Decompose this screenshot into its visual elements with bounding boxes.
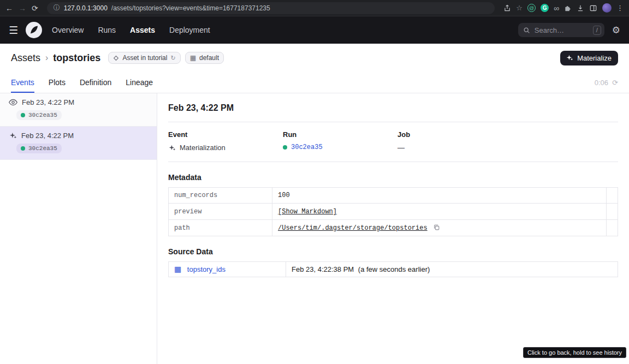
- extensions-puzzle-icon[interactable]: [564, 4, 572, 12]
- show-markdown-link[interactable]: [Show Markdown]: [278, 208, 337, 216]
- browser-reload-button[interactable]: ⟳: [32, 4, 38, 12]
- screen: ← → ⟳ ⓘ 127.0.0.1:3000 /assets/topstorie…: [0, 0, 629, 364]
- search-shortcut-key: /: [593, 26, 601, 35]
- tag-asset-group[interactable]: Asset in tutorial ↻: [108, 52, 180, 64]
- materialize-button-label: Materialize: [577, 54, 612, 62]
- spacer-cell: [607, 188, 618, 204]
- metadata-value: 100: [272, 188, 607, 204]
- metadata-key: path: [169, 220, 272, 236]
- page-title: topstories: [53, 52, 100, 64]
- settings-gear-icon[interactable]: ⚙: [612, 25, 620, 36]
- source-data-table: ▦ topstory_ids Feb 23, 4:22:38 PM (a few…: [168, 261, 618, 277]
- path-link[interactable]: /Users/tim/.dagster/storage/topstories: [278, 224, 428, 232]
- run-tag: 30c2ea35: [16, 144, 62, 153]
- nav-item-runs[interactable]: Runs: [98, 26, 116, 34]
- search-icon: [523, 27, 530, 34]
- event-list-sidebar: Feb 23, 4:22 PM 30c2ea35 Feb 23, 4:22 PM: [0, 93, 157, 364]
- search-box[interactable]: /: [518, 23, 604, 37]
- page-info-icon[interactable]: ⓘ: [54, 3, 60, 13]
- run-id: 30c2ea35: [28, 145, 57, 152]
- refresh-status: 0:06 ⟳: [595, 72, 618, 93]
- metadata-section-title: Metadata: [168, 173, 618, 182]
- at-extension-icon[interactable]: @: [527, 4, 536, 12]
- spacer-cell: [607, 204, 618, 220]
- breadcrumb-separator: ›: [45, 53, 48, 63]
- metadata-table: num_records 100 preview [Show Markdown] …: [168, 187, 618, 236]
- materialize-sparkle-icon: [566, 54, 573, 62]
- event-time: Feb 23, 4:22 PM: [22, 98, 74, 106]
- search-input[interactable]: [533, 26, 590, 35]
- tab-definition[interactable]: Definition: [80, 72, 111, 93]
- browser-chrome: ← → ⟳ ⓘ 127.0.0.1:3000 /assets/topstorie…: [0, 0, 629, 16]
- divider: [168, 162, 618, 162]
- source-data-section-title: Source Data: [168, 247, 618, 256]
- table-row: num_records 100: [169, 188, 618, 204]
- side-panel-icon[interactable]: [589, 4, 597, 12]
- browser-back-button[interactable]: ←: [5, 4, 13, 12]
- tag-refresh-icon[interactable]: ↻: [170, 55, 175, 62]
- browser-forward-button[interactable]: →: [19, 4, 26, 12]
- hamburger-menu-icon[interactable]: ☰: [9, 24, 18, 37]
- tag-label: Asset in tutorial: [122, 54, 167, 62]
- url-path: /assets/topstories?view=events&time=1677…: [111, 4, 270, 12]
- source-asset-link[interactable]: topstory_ids: [187, 265, 226, 273]
- content-area: Feb 23, 4:22 PM 30c2ea35 Feb 23, 4:22 PM: [0, 93, 629, 364]
- event-column-label: Event: [168, 130, 283, 139]
- bookmark-star-icon[interactable]: ☆: [516, 4, 523, 12]
- app-nav-bar: ☰ Overview Runs Assets Deployment / ⚙: [0, 16, 629, 44]
- main-nav: Overview Runs Assets Deployment: [52, 26, 210, 34]
- refresh-icon[interactable]: ⟳: [612, 79, 618, 87]
- table-row: path /Users/tim/.dagster/storage/topstor…: [169, 220, 618, 236]
- refresh-timer: 0:06: [595, 79, 608, 87]
- event-summary-columns: Event Materialization Run 30c2ea35: [168, 122, 618, 162]
- infinity-extension-icon[interactable]: ∞: [554, 4, 559, 13]
- grammarly-extension-icon[interactable]: G: [541, 4, 549, 12]
- run-id-link[interactable]: 30c2ea35: [291, 144, 323, 151]
- table-row: preview [Show Markdown]: [169, 204, 618, 220]
- share-icon[interactable]: [503, 4, 511, 12]
- materialize-button[interactable]: Materialize: [560, 51, 618, 65]
- tag-label: default: [199, 54, 219, 62]
- asset-table-icon: ▦: [174, 265, 181, 273]
- copy-path-icon[interactable]: [433, 224, 440, 231]
- source-timestamp: Feb 23, 4:22:38 PM: [292, 265, 354, 273]
- downloads-icon[interactable]: [577, 4, 584, 12]
- event-detail-title: Feb 23, 4:22 PM: [168, 103, 618, 113]
- back-button-tooltip: Click to go back, hold to see history: [523, 347, 626, 358]
- table-row: ▦ topstory_ids Feb 23, 4:22:38 PM (a few…: [169, 262, 618, 277]
- run-id: 30c2ea35: [28, 112, 57, 118]
- event-list-item-observation[interactable]: Feb 23, 4:22 PM 30c2ea35: [0, 93, 157, 127]
- browser-url-bar[interactable]: ⓘ 127.0.0.1:3000 /assets/topstories?view…: [47, 2, 495, 14]
- browser-profile-avatar[interactable]: [602, 3, 612, 13]
- run-tag: 30c2ea35: [16, 110, 62, 120]
- tag-default-group[interactable]: ▦ default: [185, 52, 224, 64]
- run-status-dot: [283, 145, 287, 150]
- asset-page-header: Assets › topstories Asset in tutorial ↻ …: [0, 44, 629, 72]
- metadata-key: num_records: [169, 188, 272, 204]
- run-status-dot: [21, 113, 25, 117]
- group-grid-icon: ▦: [190, 55, 196, 61]
- browser-menu-icon[interactable]: ⋮: [616, 4, 624, 12]
- nav-item-overview[interactable]: Overview: [52, 26, 84, 34]
- breadcrumb-assets-link[interactable]: Assets: [11, 52, 40, 64]
- spacer-cell: [607, 220, 618, 236]
- nav-item-assets[interactable]: Assets: [130, 26, 155, 34]
- event-detail-panel: Feb 23, 4:22 PM Event Materialization Ru…: [157, 93, 629, 364]
- nav-item-deployment[interactable]: Deployment: [169, 26, 210, 34]
- asset-tabs: Events Plots Definition Lineage 0:06 ⟳: [0, 72, 629, 93]
- job-value: —: [397, 144, 618, 152]
- event-time: Feb 23, 4:22 PM: [21, 132, 74, 140]
- tab-lineage[interactable]: Lineage: [126, 72, 153, 93]
- browser-toolbar-icons: ☆ @ G ∞ ⋮: [503, 3, 624, 13]
- materialization-sparkle-icon: [9, 132, 17, 140]
- materialization-sparkle-icon: [168, 144, 176, 152]
- source-timestamp-note: (a few seconds earlier): [358, 265, 430, 273]
- url-host: 127.0.0.1:3000: [64, 4, 108, 12]
- tab-plots[interactable]: Plots: [49, 72, 66, 93]
- dagster-logo[interactable]: [26, 22, 42, 38]
- tab-events[interactable]: Events: [11, 72, 34, 93]
- event-list-item-materialization[interactable]: Feb 23, 4:22 PM 30c2ea35: [0, 127, 157, 160]
- metadata-key: preview: [169, 204, 272, 220]
- event-type-value: Materialization: [180, 144, 226, 152]
- run-column-label: Run: [283, 130, 397, 139]
